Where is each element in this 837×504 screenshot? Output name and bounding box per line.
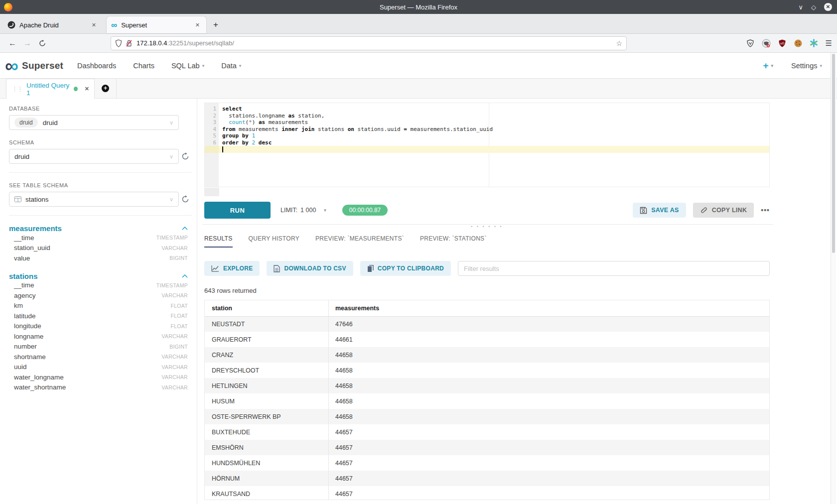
caret-down-icon: ▾ bbox=[820, 63, 822, 68]
column-header-measurements[interactable]: measurements bbox=[328, 300, 769, 316]
extension-ublock-icon[interactable]: uO bbox=[778, 39, 787, 48]
cell-measurements: 44658 bbox=[328, 378, 769, 393]
column-type: VARCHAR bbox=[161, 245, 188, 251]
scrollbar-thumb[interactable] bbox=[832, 54, 835, 253]
settings-menu[interactable]: Settings▾ bbox=[791, 62, 822, 70]
line-number: 3 bbox=[205, 119, 216, 126]
window-titlebar: Superset — Mozilla Firefox ∨ ◇ ✕ bbox=[0, 0, 837, 14]
results-actions: EXPLORE DOWNLOAD TO CSV COPY TO CLIPBOAR… bbox=[204, 261, 770, 276]
forward-button[interactable]: → bbox=[20, 39, 35, 48]
sql-editor[interactable]: 1234567 select stations.longname as stat… bbox=[204, 103, 770, 187]
editor-code[interactable]: select stations.longname as station, cou… bbox=[219, 103, 769, 187]
limit-dropdown[interactable]: LIMIT: 1 000 ▾ bbox=[280, 207, 326, 214]
collapse-chevron-icon[interactable] bbox=[182, 274, 188, 278]
superset-navbar: ∞ Superset DashboardsChartsSQL Lab▾Data▾… bbox=[0, 53, 837, 79]
cell-station: HUNDSMÜHLEN bbox=[205, 455, 328, 471]
cell-measurements: 44657 bbox=[328, 424, 769, 440]
url-bar[interactable]: 172.18.0.4:32251/superset/sqllab/ ☆ bbox=[111, 36, 627, 50]
column-type: BIGINT bbox=[169, 255, 188, 261]
caret-down-icon: ▾ bbox=[202, 63, 205, 68]
nav-item-charts[interactable]: Charts bbox=[132, 59, 155, 73]
refresh-table-icon[interactable] bbox=[179, 195, 192, 203]
extension-pinwheel-icon[interactable] bbox=[810, 39, 819, 48]
column-name: __time bbox=[14, 234, 34, 242]
nav-item-dashboards[interactable]: Dashboards bbox=[76, 59, 117, 73]
more-options-icon[interactable]: ••• bbox=[761, 206, 770, 214]
schema-table-header-measurements[interactable]: measurements bbox=[9, 224, 192, 233]
window-close-icon[interactable]: ✕ bbox=[824, 3, 832, 11]
add-query-tab-button[interactable]: + bbox=[95, 79, 117, 98]
schema-select[interactable]: druid ∨ bbox=[9, 149, 179, 164]
lock-insecure-icon[interactable] bbox=[126, 39, 133, 47]
page-scrollbar[interactable] bbox=[831, 53, 836, 504]
cell-measurements: 44657 bbox=[328, 455, 769, 471]
extension-icons: uO ☰ bbox=[746, 39, 832, 48]
drag-handle-icon[interactable]: ⋮⋮ bbox=[11, 85, 22, 93]
schema-column-row: water_shortnameVARCHAR bbox=[9, 382, 192, 393]
column-name: agency bbox=[14, 292, 36, 299]
cell-station: GRAUERORT bbox=[205, 332, 328, 347]
superset-logo[interactable]: ∞ Superset bbox=[5, 58, 63, 73]
copy-link-button[interactable]: COPY LINK bbox=[693, 203, 754, 218]
add-new-button[interactable]: +▾ bbox=[763, 60, 773, 71]
schema-column-row: uuidVARCHAR bbox=[9, 362, 192, 373]
table-row: NEUSTADT47646 bbox=[205, 316, 769, 332]
table-row: CRANZ44658 bbox=[205, 347, 769, 363]
save-as-button[interactable]: SAVE AS bbox=[633, 203, 686, 218]
extension-cookie-icon[interactable] bbox=[794, 39, 803, 48]
cell-measurements: 44658 bbox=[328, 363, 769, 378]
window-controls: ∨ ◇ ✕ bbox=[798, 0, 832, 14]
sqllab-main: DATABASE druid druid ∨ SCHEMA druid ∨ bbox=[0, 99, 837, 504]
copy-clipboard-button[interactable]: COPY TO CLIPBOARD bbox=[360, 261, 451, 276]
cell-station: EMSHÖRN bbox=[205, 440, 328, 455]
filter-results-input[interactable] bbox=[458, 261, 770, 276]
column-name: km bbox=[14, 302, 23, 309]
explore-button[interactable]: EXPLORE bbox=[204, 261, 260, 276]
nav-item-sql-lab[interactable]: SQL Lab▾ bbox=[170, 59, 205, 73]
results-tab-bar: RESULTSQUERY HISTORYPREVIEW: `MEASUREMEN… bbox=[204, 235, 487, 248]
results-tab-results[interactable]: RESULTS bbox=[204, 235, 233, 248]
shield-icon[interactable] bbox=[115, 39, 122, 47]
schema-column-row: longnameVARCHAR bbox=[9, 331, 192, 342]
download-csv-button[interactable]: DOWNLOAD TO CSV bbox=[267, 261, 353, 276]
new-tab-button[interactable]: + bbox=[208, 17, 223, 32]
nav-item-label: Dashboards bbox=[77, 62, 116, 70]
refresh-schema-icon[interactable] bbox=[179, 152, 192, 160]
back-button[interactable]: ← bbox=[5, 39, 20, 48]
schema-column-row: valueBIGINT bbox=[9, 253, 192, 263]
column-name: shortname bbox=[14, 353, 46, 361]
query-tab-untitled-query-1[interactable]: ⋮⋮ Untitled Query 1 ✕ bbox=[6, 79, 95, 99]
schema-value: druid bbox=[14, 153, 29, 160]
browser-tab-apache-druid[interactable]: Apache Druid ✕ bbox=[3, 16, 103, 33]
extension-mask-icon[interactable] bbox=[762, 39, 771, 48]
cell-station: HUSUM bbox=[205, 393, 328, 409]
reload-button[interactable] bbox=[35, 40, 50, 47]
query-tab-close-icon[interactable]: ✕ bbox=[85, 86, 89, 92]
table-schema-select[interactable]: stations ∨ bbox=[9, 192, 179, 207]
browser-toolbar: ← → 172.18.0.4:32251/superset/sqllab/ ☆ … bbox=[0, 34, 837, 53]
table-row: HUNDSMÜHLEN44657 bbox=[205, 455, 769, 471]
results-tab-preview-measurements[interactable]: PREVIEW: `MEASUREMENTS` bbox=[315, 235, 404, 248]
database-select[interactable]: druid druid ∨ bbox=[9, 115, 179, 130]
tab-close-icon[interactable]: ✕ bbox=[90, 21, 98, 29]
run-button[interactable]: RUN bbox=[204, 202, 271, 219]
browser-tab-superset[interactable]: ∞ Superset ✕ bbox=[107, 16, 206, 33]
window-maximize-icon[interactable]: ◇ bbox=[811, 4, 816, 10]
column-header-station[interactable]: station bbox=[205, 300, 328, 316]
column-divider bbox=[328, 300, 329, 500]
table-row: HETLINGEN44658 bbox=[205, 378, 769, 393]
pane-splitter-handle[interactable]: • • • • • • bbox=[204, 225, 770, 229]
extension-shield-icon[interactable] bbox=[746, 39, 755, 48]
results-tab-query-history[interactable]: QUERY HISTORY bbox=[249, 235, 299, 248]
cell-station: BUXTEHUDE bbox=[205, 424, 328, 440]
tab-close-icon[interactable]: ✕ bbox=[193, 21, 202, 29]
nav-item-data[interactable]: Data▾ bbox=[220, 59, 242, 73]
window-minimize-icon[interactable]: ∨ bbox=[798, 4, 803, 10]
collapse-chevron-icon[interactable] bbox=[182, 227, 188, 230]
bookmark-star-icon[interactable]: ☆ bbox=[616, 39, 622, 47]
hamburger-menu-icon[interactable]: ☰ bbox=[826, 39, 832, 48]
cell-station: DREYSCHLOOT bbox=[205, 363, 328, 378]
results-tab-preview-stations[interactable]: PREVIEW: `STATIONS` bbox=[420, 235, 487, 248]
column-name: value bbox=[14, 254, 30, 262]
schema-table-header-stations[interactable]: stations bbox=[9, 272, 192, 280]
